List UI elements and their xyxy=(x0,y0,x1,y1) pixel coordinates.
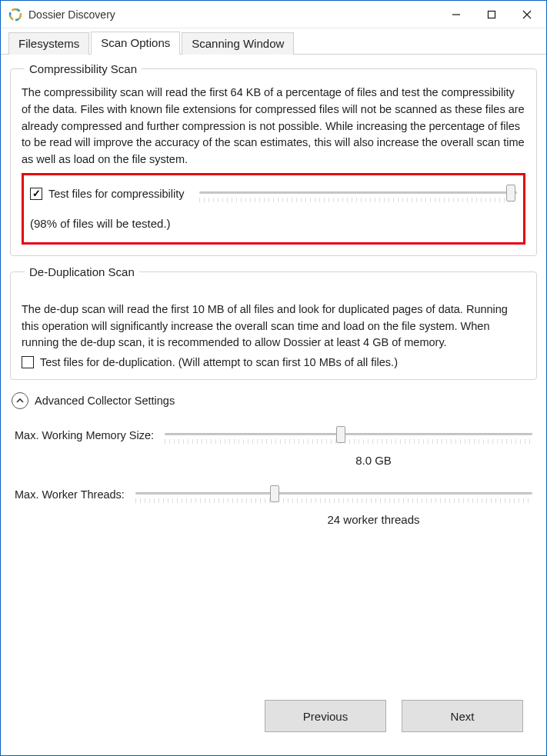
threads-label: Max. Worker Threads: xyxy=(15,488,125,501)
dedup-group: De-Duplication Scan The de-dup scan will… xyxy=(10,265,537,380)
tab-scan-options[interactable]: Scan Options xyxy=(91,32,180,55)
memory-label: Max. Working Memory Size: xyxy=(15,429,154,441)
dedup-legend: De-Duplication Scan xyxy=(25,265,139,278)
advanced-toggle[interactable]: Advanced Collector Settings xyxy=(10,389,537,409)
compressibility-description: The compressibility scan will read the f… xyxy=(22,85,525,168)
dedup-description: The de-dup scan will read the first 10 M… xyxy=(22,301,525,351)
advanced-panel: Max. Working Memory Size: 8.0 GB Max. Wo… xyxy=(10,418,537,526)
compressibility-group: Compressibility Scan The compressibility… xyxy=(10,62,537,256)
dedup-checkbox-label: Test files for de-duplication. (Will att… xyxy=(40,356,398,368)
compress-checkbox[interactable] xyxy=(30,188,42,200)
compress-checkbox-label: Test files for compressibility xyxy=(48,188,184,200)
tab-content: Compressibility Scan The compressibility… xyxy=(1,55,546,755)
memory-slider[interactable] xyxy=(165,426,532,445)
threads-value: 24 worker threads xyxy=(13,513,534,526)
compressibility-highlight: Test files for compressibility (98% of f… xyxy=(22,173,525,245)
tab-bar: Filesystems Scan Options Scanning Window xyxy=(1,28,546,55)
next-button[interactable]: Next xyxy=(402,700,523,732)
app-window: Dossier Discovery Filesystems Scan Optio… xyxy=(0,0,547,756)
window-close-button[interactable] xyxy=(509,2,545,27)
titlebar: Dossier Discovery xyxy=(1,1,546,28)
svg-rect-4 xyxy=(489,11,495,18)
compressibility-legend: Compressibility Scan xyxy=(25,62,142,75)
window-title: Dossier Discovery xyxy=(28,8,439,21)
tab-scanning-window[interactable]: Scanning Window xyxy=(182,32,294,55)
window-maximize-button[interactable] xyxy=(474,2,509,27)
memory-value: 8.0 GB xyxy=(13,454,534,467)
app-icon xyxy=(8,8,22,22)
previous-button[interactable]: Previous xyxy=(265,700,386,732)
tab-filesystems[interactable]: Filesystems xyxy=(8,32,89,55)
wizard-buttons: Previous Next xyxy=(10,694,537,746)
dedup-checkbox[interactable] xyxy=(22,356,34,368)
compress-slider[interactable] xyxy=(199,185,517,203)
advanced-label: Advanced Collector Settings xyxy=(35,395,175,407)
window-minimize-button[interactable] xyxy=(439,2,474,27)
threads-slider[interactable] xyxy=(135,485,532,504)
chevron-up-icon xyxy=(12,392,28,409)
compress-subtext: (98% of files will be tested.) xyxy=(30,217,517,230)
